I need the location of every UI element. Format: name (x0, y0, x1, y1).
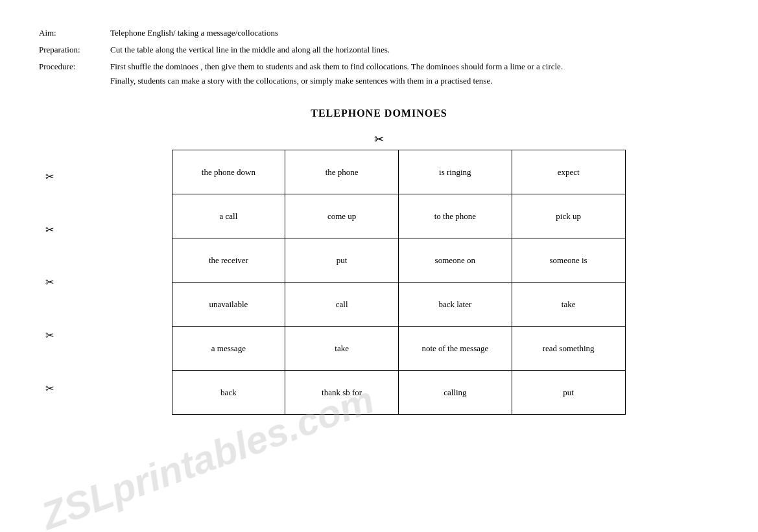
proc-text1: First shuffle the dominoes , then give t… (110, 60, 719, 74)
table-cell-5-0: back (172, 371, 285, 415)
table-cell-4-2: note of the message (398, 327, 512, 371)
table-cell-3-1: call (285, 283, 399, 327)
table-cell-0-0: the phone down (172, 150, 285, 194)
table-cell-0-3: expect (512, 150, 625, 194)
page-title: TELEPHONE DOMINOES (39, 108, 719, 119)
table-cell-1-0: a call (172, 194, 285, 238)
table-row: the phone downthe phoneis ringingexpect (172, 150, 625, 194)
table-cell-5-2: calling (398, 371, 512, 415)
scissors-left-4: ✂ (45, 329, 54, 341)
scissors-left-3: ✂ (45, 276, 54, 288)
table-cell-1-3: pick up (512, 194, 625, 238)
table-row: a callcome upto the phonepick up (172, 194, 625, 238)
scissors-left: ✂ ✂ ✂ ✂ ✂ (45, 150, 54, 415)
table-row: backthank sb forcallingput (172, 371, 625, 415)
table-cell-5-1: thank sb for (285, 371, 399, 415)
table-cell-3-3: take (512, 283, 625, 327)
scissors-left-5: ✂ (45, 382, 54, 395)
prep-text: Cut the table along the vertical line in… (110, 43, 719, 57)
table-cell-1-1: come up (285, 194, 399, 238)
table-cell-0-2: is ringing (398, 150, 512, 194)
table-row: a messagetakenote of the messageread som… (172, 327, 625, 371)
domino-table: the phone downthe phoneis ringingexpecta… (172, 150, 626, 415)
proc-row: Procedure: First shuffle the dominoes , … (39, 60, 719, 88)
table-cell-3-0: unavailable (172, 283, 285, 327)
prep-row: Preparation: Cut the table along the ver… (39, 43, 719, 57)
table-cell-5-3: put (512, 371, 625, 415)
table-row: unavailablecallback latertake (172, 283, 625, 327)
table-cell-2-0: the receiver (172, 238, 285, 283)
table-cell-3-2: back later (398, 283, 512, 327)
scissors-top-icon: ✂ (374, 133, 384, 146)
table-cell-4-0: a message (172, 327, 285, 371)
scissors-left-1: ✂ (45, 170, 54, 183)
title-section: TELEPHONE DOMINOES (39, 108, 719, 119)
table-row: the receiverputsomeone onsomeone is (172, 238, 625, 283)
aim-row: Aim: Telephone English/ taking a message… (39, 26, 719, 40)
table-cell-2-3: someone is (512, 238, 625, 283)
instructions-section: Aim: Telephone English/ taking a message… (39, 26, 719, 88)
scissors-left-2: ✂ (45, 224, 54, 236)
table-cell-0-1: the phone (285, 150, 399, 194)
proc-text: First shuffle the dominoes , then give t… (110, 60, 719, 88)
proc-text2: Finally, students can make a story with … (110, 74, 719, 88)
table-cell-2-2: someone on (398, 238, 512, 283)
table-cell-4-3: read something (512, 327, 625, 371)
table-cell-1-2: to the phone (398, 194, 512, 238)
aim-text: Telephone English/ taking a message/coll… (110, 26, 719, 40)
proc-label: Procedure: (39, 60, 110, 88)
table-container: ✂ ✂ ✂ ✂ ✂ the phone downthe phoneis ring… (78, 150, 719, 415)
scissors-top: ✂ (39, 132, 719, 146)
aim-label: Aim: (39, 26, 110, 40)
prep-label: Preparation: (39, 43, 110, 57)
table-cell-4-1: take (285, 327, 399, 371)
table-cell-2-1: put (285, 238, 399, 283)
